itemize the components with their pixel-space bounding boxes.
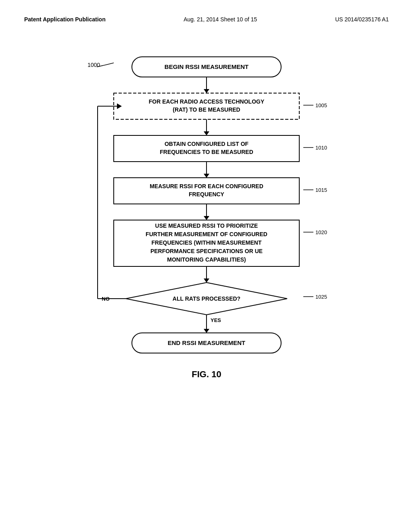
svg-text:YES: YES <box>211 317 221 323</box>
svg-marker-20 <box>204 174 209 178</box>
svg-text:FURTHER MEASUREMENT OF CONFIGU: FURTHER MEASUREMENT OF CONFIGURED <box>146 231 267 237</box>
svg-marker-13 <box>204 131 209 135</box>
svg-marker-45 <box>204 329 209 333</box>
svg-text:1025: 1025 <box>315 294 327 300</box>
header-center: Aug. 21, 2014 Sheet 10 of 15 <box>184 16 257 23</box>
svg-line-2 <box>106 63 114 65</box>
svg-text:1000: 1000 <box>88 62 100 68</box>
svg-text:ALL RATS PROCESSED?: ALL RATS PROCESSED? <box>173 295 240 302</box>
svg-text:FREQUENCIES TO BE MEASURED: FREQUENCIES TO BE MEASURED <box>160 149 253 155</box>
svg-text:FREQUENCIES (WITHIN MEASUREMEN: FREQUENCIES (WITHIN MEASUREMENT <box>152 239 262 246</box>
flowchart-svg: 1000BEGIN RSSI MEASUREMENT1005FOR EACH R… <box>25 43 388 466</box>
header-right: US 2014/0235176 A1 <box>335 16 389 23</box>
svg-text:1010: 1010 <box>315 145 327 151</box>
svg-text:OBTAIN CONFIGURED LIST OF: OBTAIN CONFIGURED LIST OF <box>165 141 249 147</box>
svg-text:MEASURE RSSI FOR EACH CONFIGUR: MEASURE RSSI FOR EACH CONFIGURED <box>150 183 263 189</box>
svg-text:(RAT) TO BE MEASURED: (RAT) TO BE MEASURED <box>173 106 240 113</box>
svg-marker-37 <box>204 278 209 283</box>
header-left: Patent Application Publication <box>24 16 106 23</box>
svg-text:FOR EACH RADIO ACCESS TECHNOLO: FOR EACH RADIO ACCESS TECHNOLOGY <box>149 98 265 105</box>
svg-text:1005: 1005 <box>315 102 327 108</box>
svg-text:BEGIN RSSI MEASUREMENT: BEGIN RSSI MEASUREMENT <box>165 63 248 70</box>
svg-text:USE MEASURED RSSI TO PRIORITIZ: USE MEASURED RSSI TO PRIORITIZE <box>155 222 258 229</box>
svg-text:1015: 1015 <box>315 187 327 193</box>
svg-text:FREQUENCY: FREQUENCY <box>189 191 225 197</box>
page: Patent Application Publication Aug. 21, … <box>0 0 413 532</box>
svg-marker-27 <box>204 216 209 220</box>
svg-marker-6 <box>204 89 209 93</box>
svg-text:FIG. 10: FIG. 10 <box>192 369 221 379</box>
svg-text:MONITORING CAPABILITIES): MONITORING CAPABILITIES) <box>167 256 246 263</box>
svg-text:PERFORMANCE SPECIFICATIONS OR : PERFORMANCE SPECIFICATIONS OR UE <box>150 248 263 254</box>
svg-text:1020: 1020 <box>315 229 327 235</box>
page-header: Patent Application Publication Aug. 21, … <box>24 16 389 23</box>
svg-text:END RSSI MEASUREMENT: END RSSI MEASUREMENT <box>168 339 246 346</box>
